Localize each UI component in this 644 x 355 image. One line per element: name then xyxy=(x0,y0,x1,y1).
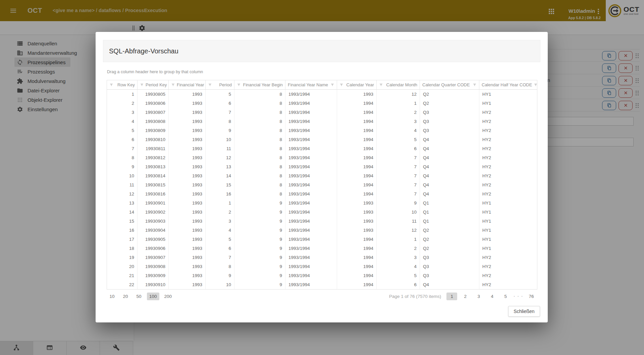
page-summary: Page 1 of 76 (7570 items) xyxy=(389,294,441,299)
grid-cell: 1993 xyxy=(169,90,206,99)
grid-cell: 1993/1994 xyxy=(285,153,337,162)
grid-cell: 6 xyxy=(107,135,138,144)
column-header-period[interactable]: Period xyxy=(206,80,234,89)
grid-cell: 4 xyxy=(377,262,420,271)
page-size-200[interactable]: 200 xyxy=(162,293,174,300)
filter-icon[interactable] xyxy=(330,83,334,87)
grid-cell: 1993 xyxy=(337,226,377,235)
page-button-1[interactable]: 1 xyxy=(446,293,457,300)
grid-cell: 19930812 xyxy=(138,153,169,162)
grid-cell: 19930906 xyxy=(138,244,169,253)
column-header-financial-year-name[interactable]: Financial Year Name xyxy=(285,80,337,89)
grid-cell: 1993/1994 xyxy=(285,135,337,144)
grid-cell: 8 xyxy=(206,117,234,126)
grid-cell: 1994 xyxy=(337,235,377,244)
grid-cell: 7 xyxy=(377,171,420,180)
column-header-row-key[interactable]: Row Key xyxy=(107,80,138,89)
grid-cell: Q4 xyxy=(420,280,479,289)
grid-cell: Q2 xyxy=(420,226,479,235)
grid-cell: 9 xyxy=(234,235,285,244)
grid-cell: 1993 xyxy=(169,226,206,235)
grid-cell: Q4 xyxy=(420,144,479,153)
grid-cell: 1993/1994 xyxy=(285,126,337,135)
grid-cell: 1993 xyxy=(169,180,206,189)
column-label: Financial Year Begin xyxy=(243,82,283,87)
grid-cell: 9 xyxy=(234,262,285,271)
grid-cell: 13 xyxy=(107,198,138,208)
column-header-calendar-quarter-code[interactable]: Calendar Quarter CODE xyxy=(420,80,479,89)
application-window: OCT <give me a name> / dataflows / Proce… xyxy=(0,0,644,355)
grid-cell: 1993 xyxy=(169,262,206,271)
column-header-calendar-year[interactable]: Calendar Year xyxy=(337,80,377,89)
grid-cell: 9 xyxy=(107,162,138,171)
grid-cell: 9 xyxy=(234,217,285,226)
filter-icon[interactable] xyxy=(140,83,144,87)
grid-cell: 1994 xyxy=(337,108,377,117)
grid-cell: Q3 xyxy=(420,108,479,117)
column-header-calendar-half-year-code[interactable]: Calendar Half Year CODE xyxy=(479,80,537,89)
grid-cell: 9 xyxy=(377,198,420,208)
grid-cell: 9 xyxy=(234,208,285,217)
grid-cell: Q2 xyxy=(420,244,479,253)
filter-icon[interactable] xyxy=(208,83,212,87)
grid-cell: 10 xyxy=(377,208,420,217)
grid-row: 15199309031993391993/1994199311Q1HY1 xyxy=(107,217,537,226)
grid-cell: 7 xyxy=(377,162,420,171)
filter-icon[interactable] xyxy=(109,83,113,87)
column-header-financial-year-begin[interactable]: Financial Year Begin xyxy=(234,80,285,89)
grid-cell: HY1 xyxy=(479,235,537,244)
filter-icon[interactable] xyxy=(237,83,241,87)
grid-cell: 19930910 xyxy=(138,280,169,289)
grid-cell: 19930904 xyxy=(138,226,169,235)
page-button-5[interactable]: 5 xyxy=(500,293,511,300)
grid-header-row: Row KeyPeriod KeyFinancial YearPeriodFin… xyxy=(107,80,537,90)
page-button-2[interactable]: 2 xyxy=(460,293,471,300)
grid-cell: 19930807 xyxy=(138,108,169,117)
grid-cell: HY1 xyxy=(479,208,537,217)
grid-cell: 1994 xyxy=(337,271,377,280)
page-size-10[interactable]: 10 xyxy=(107,293,117,300)
grid-cell: 8 xyxy=(234,108,285,117)
grid-cell: HY2 xyxy=(479,135,537,144)
grid-cell: Q4 xyxy=(420,189,479,198)
page-button-76[interactable]: 76 xyxy=(526,293,537,300)
grid-cell: 16 xyxy=(107,226,138,235)
page-size-100[interactable]: 100 xyxy=(147,293,159,300)
grid-cell: 5 xyxy=(377,135,420,144)
grid-cell: 8 xyxy=(107,153,138,162)
grid-cell: 2 xyxy=(206,208,234,217)
group-panel[interactable]: Drag a column header here to group by th… xyxy=(107,70,203,74)
filter-icon[interactable] xyxy=(379,83,383,87)
grid-cell: 8 xyxy=(234,117,285,126)
page-size-50[interactable]: 50 xyxy=(133,293,144,300)
page-button-4[interactable]: 4 xyxy=(487,293,497,300)
page-button-3[interactable]: 3 xyxy=(473,293,484,300)
filter-icon[interactable] xyxy=(534,83,537,87)
filter-icon[interactable] xyxy=(473,83,477,87)
filter-icon[interactable] xyxy=(171,83,175,87)
grid-cell: HY2 xyxy=(479,280,537,289)
dialog-header: SQL-Abfrage-Vorschau xyxy=(103,40,540,62)
grid-cell: 1993/1994 xyxy=(285,217,337,226)
page-size-20[interactable]: 20 xyxy=(120,293,131,300)
filter-icon[interactable] xyxy=(339,83,343,87)
column-label: Period xyxy=(219,82,232,87)
grid-cell: 12 xyxy=(206,153,234,162)
grid-cell: 8 xyxy=(234,135,285,144)
column-header-financial-year[interactable]: Financial Year xyxy=(169,80,206,89)
grid-cell: 4 xyxy=(107,117,138,126)
grid-cell: 15 xyxy=(206,180,234,189)
grid-cell: 1994 xyxy=(337,144,377,153)
grid-cell: 2 xyxy=(377,244,420,253)
column-header-calendar-month[interactable]: Calendar Month xyxy=(377,80,420,89)
grid-cell: 1994 xyxy=(337,244,377,253)
grid-cell: Q1 xyxy=(420,208,479,217)
grid-cell: 1993/1994 xyxy=(285,262,337,271)
grid-cell: 1993 xyxy=(169,280,206,289)
grid-cell: 1993/1994 xyxy=(285,90,337,99)
grid-cell: 3 xyxy=(377,253,420,262)
column-header-period-key[interactable]: Period Key xyxy=(138,80,169,89)
grid-cell: HY2 xyxy=(479,171,537,180)
grid-cell: Q2 xyxy=(420,235,479,244)
close-button[interactable]: Schließen xyxy=(508,306,540,317)
